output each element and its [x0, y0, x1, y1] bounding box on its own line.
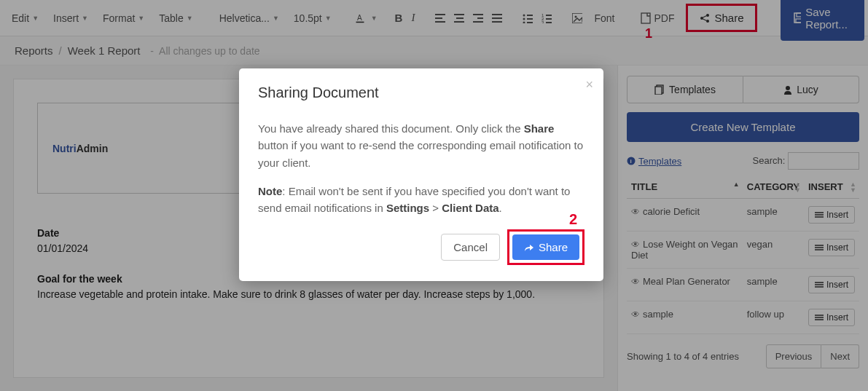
- modal-title: Sharing Document: [258, 84, 584, 101]
- close-icon[interactable]: ×: [585, 77, 593, 92]
- share-arrow-icon: [524, 243, 534, 252]
- cancel-button[interactable]: Cancel: [441, 234, 500, 261]
- sharing-modal: × Sharing Document You have already shar…: [239, 68, 603, 281]
- modal-share-highlight: Share: [507, 229, 584, 265]
- modal-paragraph-2: Note: Email won't be sent if you have sp…: [258, 183, 584, 217]
- modal-paragraph-1: You have already shared this document. O…: [258, 120, 584, 171]
- modal-share-button[interactable]: Share: [512, 234, 579, 260]
- annotation-2: 2: [569, 211, 577, 228]
